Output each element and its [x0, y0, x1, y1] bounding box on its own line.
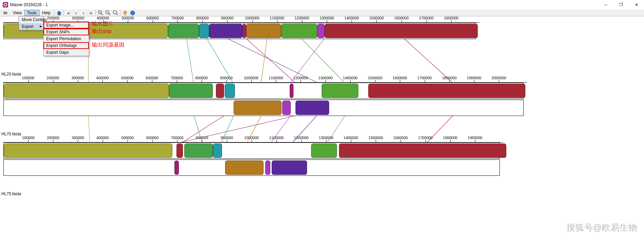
tick-label: 1500000: [368, 76, 382, 80]
tick-label: 1100000: [269, 76, 283, 80]
sequence-label: HL70.fasta: [1, 132, 21, 136]
tick-label: 1000000: [245, 16, 259, 20]
alignment-block[interactable]: [242, 24, 246, 38]
alignment-block[interactable]: [295, 101, 329, 115]
tick-label: 1800000: [443, 136, 458, 140]
menu-move-contigs[interactable]: Move Contigs: [19, 16, 43, 23]
alignment-block[interactable]: [246, 24, 281, 38]
alignment-block[interactable]: [282, 101, 291, 115]
alignment-block[interactable]: [265, 160, 270, 175]
alignment-block[interactable]: [213, 143, 222, 158]
minimize-button[interactable]: ─: [598, 0, 613, 10]
tick-label: 1400000: [344, 136, 358, 140]
submenu-export-permutation[interactable]: Export Permutation: [44, 35, 89, 42]
alignment-block[interactable]: [281, 24, 317, 38]
window-controls: ─ ❐ ✕: [598, 0, 644, 10]
export-submenu: Export Image... Export SNPs Export Permu…: [43, 21, 89, 56]
alignment-block[interactable]: [368, 84, 525, 98]
close-button[interactable]: ✕: [629, 0, 644, 10]
alignment-block[interactable]: [169, 84, 213, 98]
genome-track[interactable]: [3, 159, 500, 176]
toolbar-separator: [54, 10, 55, 16]
alignment-block[interactable]: [199, 24, 209, 38]
alignment-block[interactable]: [184, 143, 213, 158]
submenu-export-gaps[interactable]: Export Gaps: [44, 49, 89, 56]
tick-label: 1200000: [294, 136, 309, 140]
submenu-export-snps[interactable]: Export SNPs: [44, 29, 89, 35]
tick-label: 1700000: [419, 16, 434, 20]
globe-icon[interactable]: [129, 9, 136, 17]
zoom-reset-icon[interactable]: [112, 9, 119, 17]
tick-label: 700000: [171, 16, 184, 20]
menu-file[interactable]: ile: [1, 10, 10, 16]
alignment-block[interactable]: [339, 143, 507, 158]
submenu-export-orthologs[interactable]: Export Orthologs: [44, 42, 89, 49]
ruler: 1000002000003000004000005000006000007000…: [3, 77, 527, 83]
alignment-block[interactable]: [225, 160, 263, 175]
app-icon: [3, 2, 8, 7]
tick-label: 1800000: [444, 16, 458, 20]
submenu-export-image[interactable]: Export Image...: [44, 22, 89, 29]
tick-label: 300000: [72, 136, 84, 140]
genome-track[interactable]: [3, 83, 524, 99]
menu-help[interactable]: Help: [39, 10, 53, 16]
alignment-block[interactable]: [317, 24, 325, 38]
alignment-block[interactable]: [4, 84, 169, 98]
svg-line-11: [187, 39, 193, 83]
svg-line-5: [109, 14, 110, 15]
first-icon[interactable]: «: [65, 9, 72, 17]
hand-icon[interactable]: [121, 9, 129, 17]
menu-view[interactable]: View: [10, 10, 24, 16]
alignment-block[interactable]: [290, 84, 294, 98]
tick-label: 1000000: [244, 76, 258, 80]
alignment-block[interactable]: [234, 101, 282, 115]
tick-label: 1700000: [418, 136, 433, 140]
alignment-block[interactable]: [209, 24, 243, 38]
alignment-block[interactable]: [311, 143, 337, 158]
zoom-in-icon[interactable]: [97, 9, 104, 17]
tick-label: 2000000: [492, 76, 506, 80]
tick-label: 1400000: [343, 76, 358, 80]
svg-line-15: [261, 39, 267, 83]
last-icon[interactable]: »: [87, 9, 95, 17]
alignment-block[interactable]: [174, 160, 179, 175]
tools-dropdown: Move Contigs Export: [19, 16, 44, 30]
alignment-block[interactable]: [322, 84, 358, 98]
tick-label: 200000: [47, 16, 60, 20]
annotation-snp: 输出snp: [92, 28, 112, 35]
alignment-block[interactable]: [176, 143, 183, 158]
alignment-block[interactable]: [168, 24, 199, 38]
annotation-ortholog: 输出同源基因: [92, 41, 124, 49]
alignment-viewer[interactable]: 2000003000004000005000006000007000008000…: [0, 17, 644, 237]
tick-label: 1000000: [244, 136, 259, 140]
menu-tools[interactable]: Tools: [24, 10, 39, 16]
tick-label: 1400000: [344, 16, 359, 20]
tick-label: 100000: [22, 136, 35, 140]
tick-label: 600000: [146, 136, 159, 140]
sequence-label: HL75.fasta: [1, 191, 21, 196]
tick-label: 600000: [146, 76, 158, 80]
genome-track[interactable]: [3, 142, 500, 159]
alignment-block[interactable]: [325, 24, 478, 38]
maximize-button[interactable]: ❐: [613, 0, 629, 10]
toolbar-separator: [64, 10, 64, 16]
tick-label: 1100000: [269, 136, 284, 140]
alignment-block[interactable]: [4, 143, 172, 158]
menu-export[interactable]: Export: [19, 23, 43, 30]
tick-label: 700000: [171, 136, 184, 140]
tick-label: 1900000: [467, 76, 481, 80]
tick-label: 800000: [195, 76, 208, 80]
toolbar-separator: [120, 10, 121, 16]
next-icon[interactable]: ›: [80, 9, 87, 17]
prev-icon[interactable]: ‹: [72, 9, 80, 17]
alignment-block[interactable]: [225, 84, 235, 98]
ruler: 1000002000003000004000005000006000007000…: [3, 136, 503, 142]
tick-label: 1300000: [319, 136, 334, 140]
svg-line-1: [101, 14, 103, 15]
zoom-out-icon[interactable]: [104, 9, 112, 17]
alignment-block[interactable]: [272, 160, 307, 175]
tick-label: 900000: [221, 136, 233, 140]
home-icon[interactable]: [55, 9, 63, 17]
alignment-block[interactable]: [216, 84, 224, 98]
genome-track[interactable]: [3, 100, 524, 116]
